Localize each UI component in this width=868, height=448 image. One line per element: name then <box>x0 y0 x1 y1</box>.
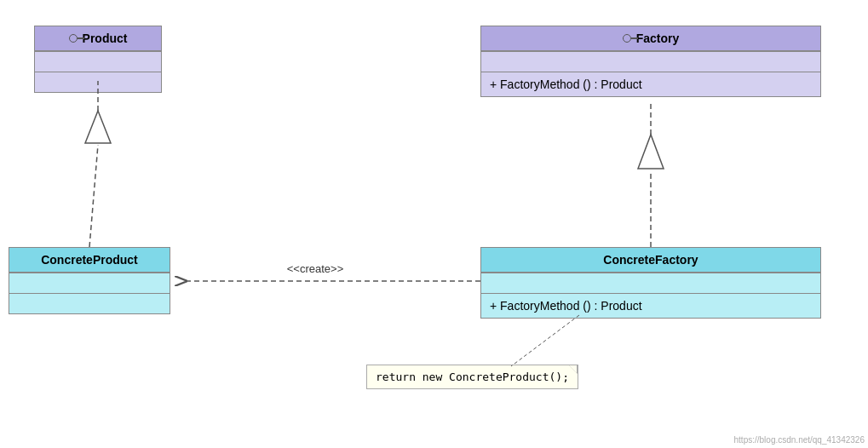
interface-icon <box>69 34 78 43</box>
diagram-container: Product Factory + FactoryMethod () : Pro… <box>0 0 868 448</box>
concrete-factory-section2: + FactoryMethod () : Product <box>481 293 820 318</box>
note-box: return new ConcreteProduct(); <box>366 365 578 389</box>
factory-section2: + FactoryMethod () : Product <box>481 72 820 96</box>
concrete-factory-header: ConcreteFactory <box>481 248 820 273</box>
product-section1 <box>35 51 161 72</box>
concrete-product-header: ConcreteProduct <box>9 248 170 273</box>
concrete-factory-title: ConcreteFactory <box>603 253 698 267</box>
note-text: return new ConcreteProduct(); <box>376 370 569 383</box>
factory-section1 <box>481 51 820 72</box>
concrete-factory-section1 <box>481 273 820 293</box>
concrete-product-title: ConcreteProduct <box>41 253 138 267</box>
product-class: Product <box>34 26 162 93</box>
factory-title: Factory <box>636 32 680 45</box>
concrete-product-section1 <box>9 273 170 293</box>
product-section2 <box>35 72 161 92</box>
concrete-product-class: ConcreteProduct <box>9 247 170 314</box>
svg-line-1 <box>89 145 98 247</box>
svg-text:<<create>>: <<create>> <box>287 262 344 275</box>
factory-class: Factory + FactoryMethod () : Product <box>480 26 821 97</box>
concrete-product-section2 <box>9 293 170 313</box>
factory-interface-icon <box>623 34 631 43</box>
svg-marker-5 <box>638 135 664 169</box>
product-header: Product <box>35 26 161 51</box>
svg-line-9 <box>511 315 579 366</box>
svg-marker-2 <box>85 111 111 143</box>
product-title: Product <box>83 32 128 45</box>
concrete-factory-class: ConcreteFactory + FactoryMethod () : Pro… <box>480 247 821 319</box>
factory-header: Factory <box>481 26 820 51</box>
watermark: https://blog.csdn.net/qq_41342326 <box>734 435 865 445</box>
